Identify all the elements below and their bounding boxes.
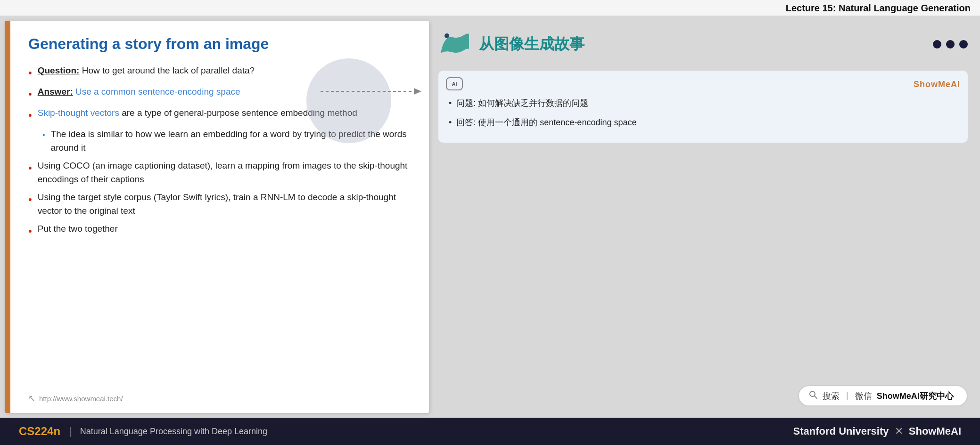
bullet-dot-1: • [28, 65, 32, 81]
skip-thought-text: Skip-thought vectors [38, 108, 119, 118]
chinese-title-box: 从图像生成故事 [438, 25, 968, 61]
bottom-bar: CS224n | Natural Language Processing wit… [0, 418, 980, 445]
right-panel: 从图像生成故事 AI ShowMeAI • 问题: 如何解决缺乏并行数据的问题 [434, 21, 975, 413]
trans-text-1: 问题: 如何解决缺乏并行数据的问题 [456, 96, 588, 111]
lecture-header: Lecture 15: Natural Language Generation [0, 0, 980, 16]
question-text: How to get around the lack of parallel d… [79, 65, 255, 75]
nav-dot-2[interactable] [946, 40, 955, 49]
page-wrapper: Lecture 15: Natural Language Generation … [0, 0, 980, 445]
nav-dot-3[interactable] [959, 40, 968, 49]
bullet-dot-6: • [28, 223, 32, 239]
bullet-dot-4: • [28, 160, 32, 176]
trans-dot-2: • [449, 115, 452, 130]
showmeai-brand-badge: ShowMeAI [914, 77, 960, 92]
right-spacer [438, 150, 968, 378]
bullet-item-6: • Put the two together [28, 222, 410, 239]
search-input-box[interactable]: 搜索 | 微信 ShowMeAI研究中心 [798, 385, 968, 406]
bottom-left: CS224n | Natural Language Processing wit… [19, 425, 267, 438]
bottom-right: Stanford University ✕ ShowMeAI [793, 425, 961, 437]
answer-text: Use a common sentence-encoding space [73, 87, 240, 97]
showmeai-footer: ShowMeAI [909, 425, 961, 437]
bullet-text-6: Put the two together [38, 222, 410, 236]
ai-badge: AI [446, 77, 463, 90]
lecture-title: Lecture 15: Natural Language Generation [786, 3, 971, 13]
svg-point-2 [445, 33, 449, 38]
bottom-subtitle: Natural Language Processing with Deep Le… [80, 427, 267, 437]
slide-title: Generating a story from an image [28, 35, 410, 53]
search-label: 微信 [855, 390, 872, 402]
content-area: Generating a story from an image • Quest… [0, 16, 980, 418]
bullet-text-4: Using COCO (an image captioning dataset)… [38, 159, 410, 186]
nav-dots [933, 40, 968, 49]
search-icon [808, 390, 818, 402]
bullet-dot-3: • [28, 107, 32, 123]
bullet-item-4: • Using COCO (an image captioning datase… [28, 159, 410, 186]
translation-content: • 问题: 如何解决缺乏并行数据的问题 • 回答: 使用一个通用的 senten… [449, 96, 957, 129]
stanford-text: Stanford University [793, 425, 889, 437]
bullet-item-5: • Using the target style corpus (Taylor … [28, 191, 410, 218]
answer-label: Answer: [38, 87, 73, 97]
sub-bullet-dot-1: • [42, 129, 45, 141]
search-bar-container: 搜索 | 微信 ShowMeAI研究中心 [438, 385, 968, 408]
slide-panel: Generating a story from an image • Quest… [5, 21, 429, 413]
svg-line-4 [815, 396, 817, 399]
trans-text-2: 回答: 使用一个通用的 sentence-encoding space [456, 115, 636, 130]
trans-bullet-2: • 回答: 使用一个通用的 sentence-encoding space [449, 115, 957, 130]
nav-dot-1[interactable] [933, 40, 941, 49]
bullet-text-5: Using the target style corpus (Taylor Sw… [38, 191, 410, 218]
cursor-icon: ↖ [28, 393, 35, 404]
trans-bullet-1: • 问题: 如何解决缺乏并行数据的问题 [449, 96, 957, 111]
bullet-dot-2: • [28, 86, 32, 102]
translation-box: AI ShowMeAI • 问题: 如何解决缺乏并行数据的问题 • 回答: 使用… [438, 71, 968, 143]
search-divider: | [846, 391, 848, 401]
x-divider: ✕ [895, 425, 906, 437]
bullet-dot-5: • [28, 192, 32, 207]
wave-icon [438, 30, 471, 58]
wave-svg [438, 30, 471, 58]
circle-decoration [306, 58, 391, 143]
cs224n-label: CS224n [19, 425, 60, 438]
search-text: 搜索 [823, 390, 840, 402]
search-brand: ShowMeAI研究中心 [877, 390, 954, 402]
slide-footer: ↖ http://www.showmeai.tech/ [28, 393, 410, 404]
question-label: Question: [38, 65, 80, 75]
bottom-bar-divider: | [69, 425, 72, 437]
footer-url: http://www.showmeai.tech/ [39, 395, 123, 403]
trans-dot-1: • [449, 96, 452, 111]
chinese-title: 从图像生成故事 [479, 34, 585, 55]
ai-badge-text: AI [452, 80, 457, 89]
